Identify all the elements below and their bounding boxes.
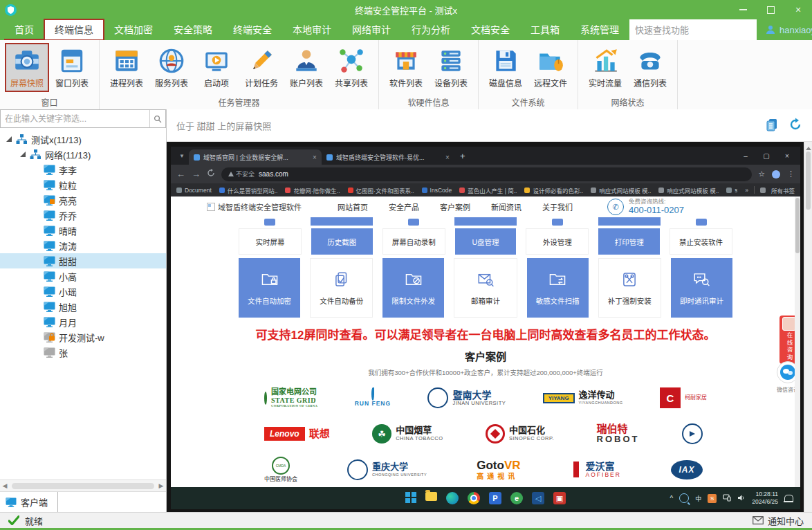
menu-tab-4[interactable]: 安全策略 [163,19,223,40]
ribbon-item-账户列表[interactable]: 账户列表 [285,44,328,91]
tray-chevron-up-icon[interactable]: ^ [670,495,673,502]
bookmark-item[interactable]: InsCode [422,186,452,194]
ribbon-item-设备列表[interactable]: 设备列表 [430,44,472,91]
tab-client[interactable]: 客户端 [0,492,58,512]
bookmark-item[interactable]: Document [176,186,212,194]
browser-close-button[interactable]: × [777,149,797,163]
menu-tab-3[interactable]: 文档加密 [104,19,163,40]
profile-avatar[interactable] [772,170,780,179]
page-scrollbar[interactable] [795,197,800,487]
forward-icon[interactable]: → [192,169,201,179]
ribbon-item-远程文件[interactable]: 远程文件 [529,44,572,91]
menu-tab-5[interactable]: 终端安全 [223,19,282,40]
ribbon-item-实时流量[interactable]: 实时流量 [584,44,627,91]
tree-item[interactable]: 甜甜 [0,253,166,268]
new-tab-button[interactable]: + [460,151,465,161]
site-nav-link[interactable]: 新闻资讯 [491,201,522,212]
ime-app-icon[interactable]: S [708,494,717,503]
feature-tile-历史截图[interactable]: 历史截图 [311,228,373,255]
viewer-scrollbar[interactable] [804,142,812,512]
notification-bell-icon[interactable] [784,495,793,502]
bookmark-star-icon[interactable]: ☆ [758,170,765,179]
edge-icon[interactable] [446,492,459,504]
ribbon-item-软件列表[interactable]: 软件列表 [385,44,427,91]
sidebar-horizontal-scrollbar[interactable]: ◀ ▶ [0,479,166,492]
taskbar-clock[interactable]: 10:28:11 2024/6/25 [752,491,778,505]
address-bar[interactable]: 不安全 saas.com [221,167,752,181]
tab-search-chevron-icon[interactable]: ▼ [179,153,185,159]
chrome-icon[interactable] [468,492,480,504]
feature-tile-敏感文件扫描[interactable]: 敏感文件扫描 [527,258,589,318]
ribbon-item-进程列表[interactable]: 进程列表 [105,44,148,91]
menu-tab-8[interactable]: 行为分析 [401,19,461,40]
feature-tile-限制文件外发[interactable]: 限制文件外发 [382,258,444,318]
site-nav-link[interactable]: 关于我们 [542,201,573,212]
volume-icon[interactable] [737,494,746,503]
browser-tab-1[interactable]: 域智盾官网 | 企业数据安全解...× [189,149,322,165]
scroll-left-icon[interactable]: ◀ [0,482,10,489]
browser-maximize-button[interactable]: ▢ [756,149,777,163]
browser-menu-icon[interactable]: ⋮ [787,170,795,179]
tree-item[interactable]: 乔乔 [0,208,166,223]
bookmark-item[interactable]: 设计师必看的色彩.. [524,186,583,194]
scroll-up-icon[interactable] [806,144,811,150]
bookmarks-overflow-chevron[interactable]: » [745,187,748,194]
media-icon[interactable]: ◁ [532,492,544,504]
feature-tile-屏幕自动录制[interactable]: 屏幕自动录制 [382,228,445,255]
menu-tab-6[interactable]: 本地审计 [282,19,342,40]
tree-item[interactable]: 测试x(11/13) [0,131,166,147]
tree-item[interactable]: 旭旭 [0,299,166,314]
scrollbar-thumb[interactable] [12,483,154,489]
red-app-icon[interactable]: ▣ [553,492,566,504]
tree-expand-icon[interactable] [20,152,26,157]
browser-tab-2[interactable]: 域智盾终端安全管理软件-易优...× [322,149,454,165]
site-nav-link[interactable]: 安全产品 [389,201,419,212]
feature-tile-实时屏幕[interactable]: 实时屏幕 [239,228,302,255]
all-bookmarks-label[interactable]: 所有书签 [771,186,795,194]
bookmark-item[interactable]: 亿图图·文件和图表系.. [348,186,414,194]
browser-minimize-button[interactable]: – [735,149,756,163]
tree-item[interactable]: 月月 [0,314,166,329]
tab-close-icon[interactable]: × [313,154,317,161]
tree-item[interactable]: 涛涛 [0,238,166,253]
security-warning[interactable]: 不安全 [228,170,255,179]
feature-tile-即时通讯审计[interactable]: 即时通讯审计 [671,258,732,318]
search-icon[interactable] [149,110,165,127]
tree-item[interactable]: 李李 [0,162,166,177]
feature-tile-文件自动加密[interactable]: 文件自动加密 [239,258,300,318]
copy-snapshot-icon[interactable] [765,118,779,134]
minimize-button[interactable] [729,0,757,19]
tray-search-icon[interactable] [679,493,689,503]
notification-center[interactable]: 通知中心 [753,514,804,527]
tree-item[interactable]: 小高 [0,268,166,284]
maximize-button[interactable] [757,0,784,19]
ribbon-item-启动项[interactable]: 启动项 [195,44,238,91]
feature-tile-外设管理[interactable]: 外设管理 [526,228,589,255]
device-status-icon[interactable] [723,494,731,503]
bookmark-item[interactable]: 响应式网站模板 模.. [658,186,719,194]
start-icon[interactable] [405,492,416,503]
explorer-icon[interactable] [425,492,437,501]
ribbon-item-服务列表[interactable]: 服务列表 [150,44,193,91]
menu-tab-10[interactable]: 工具箱 [520,19,570,40]
close-button[interactable]: × [784,0,812,19]
e-app-icon[interactable]: e [510,492,523,504]
tree-item[interactable]: 小瑶 [0,284,166,299]
reload-icon[interactable] [207,169,215,179]
scrollbar-thumb[interactable] [806,152,811,210]
bookmark-item[interactable]: 蓝色山人产生 | 简.. [459,186,517,194]
ime-indicator[interactable]: 中 [695,494,701,503]
site-nav-link[interactable]: 客户案例 [440,201,470,212]
tree-item[interactable]: 亮亮 [0,192,166,208]
menu-tab-11[interactable]: 系统管理 [570,19,629,40]
user-menu[interactable]: hanxiaoyao [757,19,812,40]
feature-tile-U盘管理[interactable]: U盘管理 [455,228,517,255]
menu-tab-9[interactable]: 文档安全 [461,19,520,40]
feature-tile-打印管理[interactable]: 打印管理 [598,228,660,255]
p-app-icon[interactable]: P [489,492,501,504]
bookmark-item[interactable]: 花瓣网·陪你做生.. [285,186,340,194]
tree-filter-input[interactable] [1,114,149,124]
feature-tile-禁止安装软件[interactable]: 禁止安装软件 [670,228,732,255]
feature-tile-文件自动备份[interactable]: 文件自动备份 [310,258,373,318]
quick-search-input[interactable] [629,19,757,40]
